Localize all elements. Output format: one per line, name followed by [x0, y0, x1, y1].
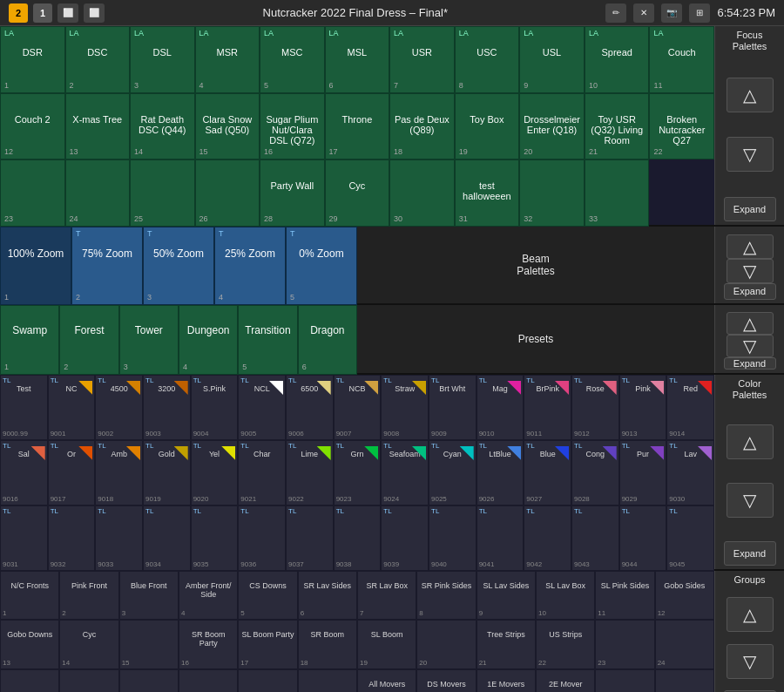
focus-cell[interactable]: 32 [519, 159, 585, 227]
groups-cell[interactable]: DS Movers32 [416, 669, 476, 692]
color-cell[interactable]: TL45009002 [95, 375, 143, 440]
camera-icon[interactable]: 📷 [661, 3, 682, 23]
color-cell[interactable]: TLYel9020 [191, 440, 239, 505]
groups-cell[interactable]: 24 [655, 620, 714, 668]
focus-cell[interactable]: LAMSC5 [260, 26, 325, 93]
focus-cell[interactable]: Rat Death DSC (Q44)14 [130, 93, 195, 160]
groups-cell[interactable]: All Movers31 [357, 669, 416, 692]
zoom-cell[interactable]: T25% Zoom4 [214, 227, 286, 305]
color-cell[interactable]: TLNC9001 [48, 375, 96, 440]
focus-cell[interactable]: Cyc29 [325, 159, 390, 227]
color-cell[interactable]: TLCyan9025 [429, 440, 476, 505]
groups-cell[interactable]: Gobo Sides12 [655, 571, 714, 620]
focus-cell[interactable]: LAUSL9 [519, 26, 585, 93]
color-cell[interactable]: TLGold9019 [143, 440, 191, 505]
presets-down-btn[interactable]: ▽ [727, 335, 774, 357]
color-cell[interactable]: TLRed9014 [666, 375, 714, 440]
focus-cell[interactable]: Party Wall28 [260, 159, 325, 227]
color-cell[interactable]: TL9035 [191, 505, 239, 571]
groups-cell[interactable]: Cyc14 [59, 620, 118, 668]
groups-cell[interactable]: Gobo Downs13 [0, 620, 59, 668]
color-cell[interactable]: TLStraw9008 [381, 375, 429, 440]
focus-cell[interactable]: test halloweeen31 [455, 159, 520, 227]
groups-cell[interactable]: 20 [416, 620, 476, 668]
color-cell[interactable]: TLSeafoam9024 [381, 440, 429, 505]
color-cell[interactable]: TLMag9010 [476, 375, 524, 440]
groups-down-btn[interactable]: ▽ [727, 644, 774, 679]
color-cell[interactable]: TLLav9030 [666, 440, 714, 505]
color-cell[interactable]: TL32009003 [143, 375, 191, 440]
focus-cell[interactable]: Toy Box19 [455, 93, 520, 160]
focus-cell[interactable]: LAMSL6 [325, 26, 390, 93]
color-cell[interactable]: TLBlue9027 [524, 440, 571, 505]
focus-cell[interactable]: LAUSC8 [455, 26, 520, 93]
groups-cell[interactable]: SL Lav Box10 [536, 571, 595, 620]
btn-1[interactable]: 1 [33, 3, 52, 23]
groups-cell[interactable]: 27 [119, 669, 179, 692]
btn-2[interactable]: 2 [9, 3, 28, 23]
groups-up-btn[interactable]: △ [727, 597, 774, 632]
color-cell[interactable]: TL9036 [238, 505, 286, 571]
color-cell[interactable]: TL9031 [0, 505, 48, 571]
color-cell[interactable]: TLLtBlue9026 [476, 440, 524, 505]
focus-cell[interactable]: LADSR1 [0, 26, 65, 93]
color-cell[interactable]: TLSal9016 [0, 440, 48, 505]
focus-cell[interactable]: Sugar Plium Nut/Clara DSL (Q72)16 [260, 93, 325, 160]
presets-cell[interactable]: Transition5 [238, 305, 297, 375]
color-up-btn[interactable]: △ [727, 424, 774, 459]
groups-cell[interactable]: SR Lav Sides6 [298, 571, 357, 620]
groups-cell[interactable]: SR Boom Party16 [179, 620, 238, 668]
focus-cell[interactable]: Pas de Deux (Q89)18 [389, 93, 455, 160]
focus-cell[interactable]: Throne17 [325, 93, 390, 160]
presets-up-btn[interactable]: △ [727, 312, 774, 335]
groups-cell[interactable]: Tree Strips21 [476, 620, 536, 668]
color-cell[interactable]: TLBrPink9011 [524, 375, 571, 440]
color-expand-btn[interactable]: Expand [724, 541, 776, 566]
groups-cell[interactable]: US Strips22 [536, 620, 595, 668]
presets-cell[interactable]: Dragon6 [298, 305, 357, 375]
x-icon[interactable]: ✕ [633, 3, 654, 23]
color-cell[interactable]: TL9034 [143, 505, 191, 571]
focus-cell[interactable]: 24 [65, 159, 131, 227]
color-cell[interactable]: TLGrn9023 [334, 440, 382, 505]
color-cell[interactable]: TL9039 [381, 505, 429, 571]
focus-cell[interactable]: LACouch11 [649, 26, 714, 93]
zoom-cell[interactable]: T75% Zoom2 [71, 227, 143, 305]
zoom-cell[interactable]: 100% Zoom1 [0, 227, 71, 305]
groups-cell[interactable]: 23 [595, 620, 654, 668]
color-cell[interactable]: TLNCB9007 [334, 375, 382, 440]
color-cell[interactable]: TL9032 [48, 505, 96, 571]
focus-cell[interactable]: Couch 212 [0, 93, 65, 160]
focus-cell[interactable]: 30 [389, 159, 455, 227]
color-cell[interactable]: TLCong9028 [571, 440, 619, 505]
color-cell[interactable]: TL9045 [666, 505, 714, 571]
focus-down-btn[interactable]: ▽ [727, 137, 774, 172]
presets-cell[interactable]: Swamp1 [0, 305, 59, 375]
grid-icon[interactable]: ⊞ [689, 3, 710, 23]
focus-up-btn[interactable]: △ [727, 78, 774, 112]
pen-icon[interactable]: ✏ [605, 3, 626, 23]
focus-cell[interactable]: 26 [195, 159, 260, 227]
color-cell[interactable]: TLPink9013 [619, 375, 667, 440]
groups-cell[interactable]: SR Lav Box7 [357, 571, 416, 620]
beam-up-btn[interactable]: △ [727, 234, 774, 259]
groups-cell[interactable]: Blue Front3 [119, 571, 179, 620]
focus-cell[interactable]: LAMSR4 [195, 26, 260, 93]
focus-cell[interactable]: 25 [130, 159, 195, 227]
presets-cell[interactable]: Tower3 [119, 305, 179, 375]
groups-cell[interactable]: 30 [298, 669, 357, 692]
groups-cell[interactable]: 15 [119, 620, 179, 668]
color-cell[interactable]: TL9042 [524, 505, 571, 571]
groups-cell[interactable]: SL Pink Sides11 [595, 571, 654, 620]
beam-down-btn[interactable]: ▽ [727, 259, 774, 283]
focus-cell[interactable]: 23 [0, 159, 65, 227]
focus-cell[interactable]: Broken Nutcracker Q2722 [649, 93, 714, 160]
color-down-btn[interactable]: ▽ [727, 483, 774, 518]
color-cell[interactable]: TLPur9029 [619, 440, 667, 505]
color-cell[interactable]: TLOr9017 [48, 440, 96, 505]
color-cell[interactable]: TL9037 [286, 505, 334, 571]
color-cell[interactable]: TLTest9000.99 [0, 375, 48, 440]
presets-cell[interactable]: Forest2 [59, 305, 118, 375]
zoom-cell[interactable]: T0% Zoom5 [286, 227, 357, 305]
focus-expand-btn[interactable]: Expand [724, 197, 776, 221]
